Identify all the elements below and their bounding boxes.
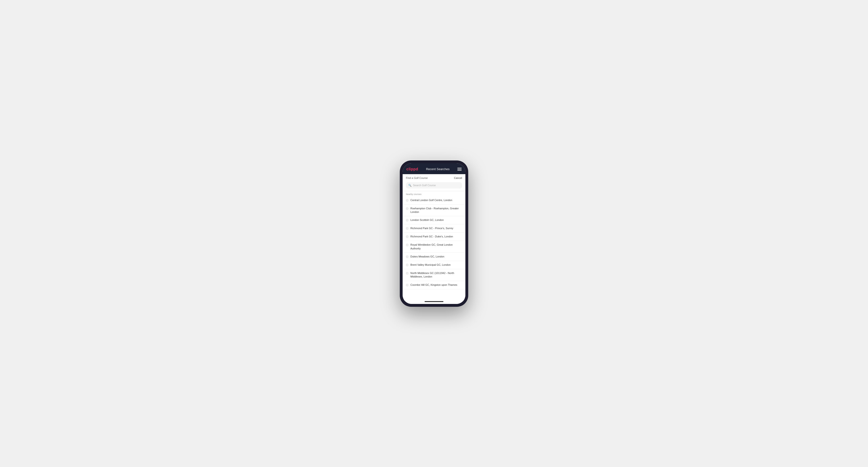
find-header: Find a Golf Course Cancel	[403, 174, 465, 181]
nav-bar: clippd Recent Searches	[403, 163, 465, 174]
list-item[interactable]: ⓒ Dukes Meadows GC, London	[403, 253, 465, 261]
course-name: North Middlesex GC (1011942 - North Midd…	[410, 271, 462, 279]
home-bar	[425, 301, 443, 302]
list-item[interactable]: ⓒ Richmond Park GC - Prince's, Surrey	[403, 224, 465, 233]
app-logo: clippd	[406, 167, 418, 171]
list-item[interactable]: ⓒ Richmond Park GC - Duke's, London	[403, 233, 465, 241]
location-icon: ⓒ	[406, 263, 408, 267]
location-icon: ⓒ	[406, 283, 408, 287]
nav-title: Recent Searches	[426, 167, 450, 171]
search-input[interactable]	[413, 184, 460, 187]
list-item[interactable]: ⓒ Central London Golf Centre, London	[403, 196, 465, 205]
list-item[interactable]: ⓒ North Middlesex GC (1011942 - North Mi…	[403, 269, 465, 281]
course-name: Dukes Meadows GC, London	[410, 255, 444, 258]
location-icon: ⓒ	[406, 199, 408, 202]
location-icon: ⓒ	[406, 219, 408, 222]
search-input-wrapper[interactable]: 🔍	[406, 182, 462, 189]
cancel-button[interactable]: Cancel	[454, 177, 462, 179]
course-name: Royal Wimbledon GC, Great London Authori…	[410, 243, 462, 250]
list-item[interactable]: ⓒ London Scottish GC, London	[403, 216, 465, 224]
course-name: Coombe Hill GC, Kingston upon Thames	[410, 283, 457, 287]
course-name: Central London Golf Centre, London	[410, 198, 452, 202]
location-icon: ⓒ	[406, 235, 408, 239]
location-icon: ⓒ	[406, 227, 408, 230]
course-name: Brent Valley Municipal GC, London	[410, 263, 451, 267]
list-item[interactable]: ⓒ Royal Wimbledon GC, Great London Autho…	[403, 241, 465, 253]
list-item[interactable]: ⓒ Coombe Hill GC, Kingston upon Thames	[403, 281, 465, 289]
location-icon: ⓒ	[406, 272, 408, 275]
search-container: 🔍	[403, 181, 465, 191]
phone-device: clippd Recent Searches Find a Golf Cours…	[400, 160, 468, 307]
home-indicator	[403, 299, 465, 304]
phone-screen: clippd Recent Searches Find a Golf Cours…	[403, 163, 465, 304]
content-area: Find a Golf Course Cancel 🔍 Nearby cours…	[403, 174, 465, 304]
course-name: Richmond Park GC - Prince's, Surrey	[410, 226, 453, 230]
find-label: Find a Golf Course	[406, 177, 428, 179]
list-item[interactable]: ⓒ Brent Valley Municipal GC, London	[403, 261, 465, 269]
location-icon: ⓒ	[406, 207, 408, 211]
location-icon: ⓒ	[406, 243, 408, 247]
menu-button[interactable]	[457, 168, 462, 170]
course-list: ⓒ Central London Golf Centre, London ⓒ R…	[403, 196, 465, 299]
course-name: Roehampton Club - Roehampton, Greater Lo…	[410, 207, 462, 214]
location-icon: ⓒ	[406, 255, 408, 259]
nearby-label: Nearby courses	[403, 191, 465, 196]
course-name: Richmond Park GC - Duke's, London	[410, 235, 453, 238]
course-name: London Scottish GC, London	[410, 218, 444, 222]
list-item[interactable]: ⓒ Roehampton Club - Roehampton, Greater …	[403, 205, 465, 216]
search-icon: 🔍	[408, 184, 411, 187]
